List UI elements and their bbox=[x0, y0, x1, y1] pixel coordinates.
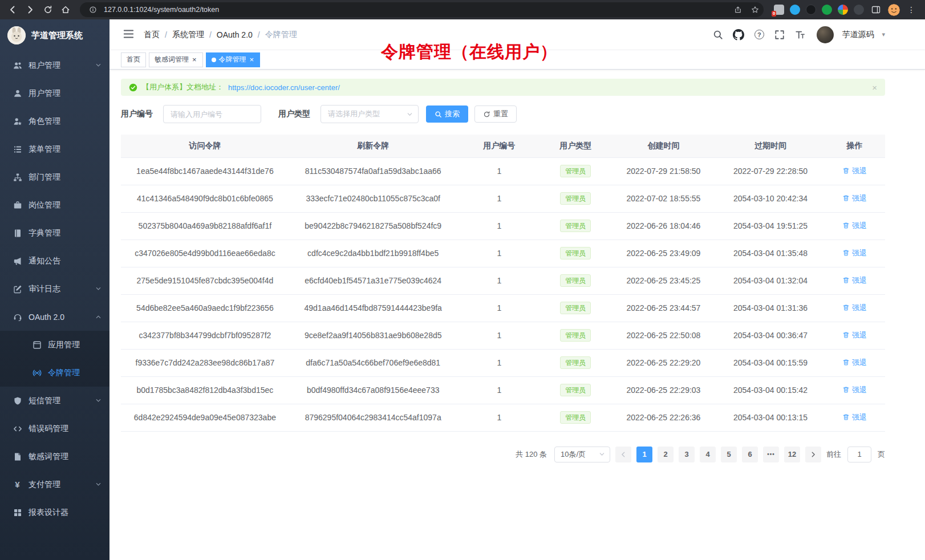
browser-menu-icon[interactable]: ⋮ bbox=[906, 5, 917, 14]
sidebar-item-label: 字典管理 bbox=[29, 228, 102, 238]
bookmark-star-icon[interactable] bbox=[749, 3, 761, 16]
sidebar-item-user[interactable]: 用户管理 bbox=[0, 79, 109, 107]
user-id-input[interactable] bbox=[163, 105, 261, 123]
github-icon[interactable] bbox=[732, 29, 745, 41]
search-icon bbox=[435, 111, 442, 118]
side-panel-icon[interactable] bbox=[870, 3, 882, 16]
prev-page-button[interactable] bbox=[615, 447, 631, 462]
tab-token[interactable]: 令牌管理 × bbox=[206, 52, 261, 67]
extension-icon-dark[interactable] bbox=[806, 5, 816, 15]
alert-close-icon[interactable]: × bbox=[872, 83, 877, 92]
tab-sensitive-word[interactable]: 敏感词管理 × bbox=[149, 52, 203, 67]
sidebar-item-tenant[interactable]: 租户管理 bbox=[0, 51, 109, 79]
list-icon bbox=[13, 145, 22, 154]
close-icon[interactable]: × bbox=[192, 56, 197, 63]
col-refresh-token: 刷新令牌 bbox=[289, 135, 457, 157]
tab-label: 首页 bbox=[127, 55, 140, 64]
user-id-cell: 1 bbox=[457, 322, 541, 349]
extension-icon-adblock[interactable]: 0 bbox=[774, 5, 784, 15]
force-logout-button[interactable]: 强退 bbox=[842, 303, 867, 313]
force-logout-button[interactable]: 强退 bbox=[842, 248, 867, 258]
caret-down-icon[interactable]: ▾ bbox=[882, 31, 885, 38]
fullscreen-icon[interactable] bbox=[773, 29, 786, 41]
share-icon[interactable] bbox=[732, 3, 744, 16]
user-type-select[interactable]: 请选择用户类型 bbox=[320, 105, 419, 123]
extension-icon-blue[interactable] bbox=[790, 5, 800, 15]
sidebar-item-payment[interactable]: ¥ 支付管理 bbox=[0, 470, 109, 498]
trash-icon bbox=[842, 222, 850, 229]
font-size-icon[interactable] bbox=[794, 29, 806, 41]
sidebar-item-audit-log[interactable]: 审计日志 bbox=[0, 275, 109, 303]
browser-refresh-button[interactable] bbox=[40, 2, 55, 18]
sidebar-item-post[interactable]: 岗位管理 bbox=[0, 191, 109, 219]
sidebar-item-role[interactable]: 角色管理 bbox=[0, 107, 109, 135]
sidebar-item-label: 岗位管理 bbox=[29, 200, 102, 210]
col-create-time: 创建时间 bbox=[610, 135, 717, 157]
sidebar: 芋道管理系统 租户管理 用户管理 角色管理 菜单管理 部门管理 bbox=[0, 19, 109, 560]
breadcrumb-separator: / bbox=[165, 30, 167, 39]
browser-profile-avatar[interactable] bbox=[888, 4, 900, 16]
sidebar-item-dept[interactable]: 部门管理 bbox=[0, 163, 109, 191]
help-icon[interactable]: ? bbox=[753, 29, 765, 41]
close-icon[interactable]: × bbox=[249, 56, 255, 63]
breadcrumb-system[interactable]: 系统管理 bbox=[172, 30, 204, 40]
page-button-5[interactable]: 5 bbox=[721, 447, 737, 462]
browser-home-button[interactable] bbox=[58, 2, 73, 18]
sidebar-item-oauth[interactable]: OAuth 2.0 bbox=[0, 303, 109, 331]
breadcrumb-oauth[interactable]: OAuth 2.0 bbox=[217, 30, 253, 39]
doc-link[interactable]: https://doc.iocoder.cn/user-center/ bbox=[228, 83, 340, 92]
sidebar-item-sms[interactable]: 短信管理 bbox=[0, 387, 109, 415]
force-logout-button[interactable]: 强退 bbox=[842, 221, 867, 231]
breadcrumb-home[interactable]: 首页 bbox=[144, 30, 160, 40]
sidebar-toggle-icon[interactable] bbox=[123, 29, 136, 41]
username[interactable]: 芋道源码 bbox=[842, 30, 874, 40]
page-button-4[interactable]: 4 bbox=[700, 447, 716, 462]
next-page-button[interactable] bbox=[805, 447, 821, 462]
force-logout-button[interactable]: 强退 bbox=[842, 166, 867, 176]
page-button-3[interactable]: 3 bbox=[679, 447, 695, 462]
user-icon bbox=[13, 89, 22, 98]
sidebar-item-oauth-token[interactable]: 令牌管理 bbox=[0, 359, 109, 387]
user-avatar[interactable] bbox=[817, 26, 834, 43]
page-button-6[interactable]: 6 bbox=[742, 447, 758, 462]
browser-back-button[interactable] bbox=[5, 2, 20, 18]
sidebar-item-dict[interactable]: 字典管理 bbox=[0, 219, 109, 247]
sidebar-item-notice[interactable]: 通知公告 bbox=[0, 247, 109, 275]
force-logout-button[interactable]: 强退 bbox=[842, 385, 867, 395]
force-logout-button[interactable]: 强退 bbox=[842, 275, 867, 286]
user-type-cell: 管理员 bbox=[541, 267, 610, 294]
force-logout-button[interactable]: 强退 bbox=[842, 358, 867, 368]
goto-page-input[interactable] bbox=[847, 447, 871, 462]
search-icon[interactable] bbox=[712, 29, 724, 41]
force-logout-button[interactable]: 强退 bbox=[842, 330, 867, 340]
page-button-2[interactable]: 2 bbox=[658, 447, 674, 462]
browser-forward-button[interactable] bbox=[22, 2, 38, 18]
user-id-cell: 1 bbox=[457, 240, 541, 267]
site-info-icon[interactable] bbox=[87, 3, 99, 16]
extension-icon-colorwheel[interactable] bbox=[838, 5, 848, 15]
sidebar-item-error-code[interactable]: 错误码管理 bbox=[0, 415, 109, 443]
sidebar-item-oauth-app[interactable]: 应用管理 bbox=[0, 331, 109, 359]
trash-icon bbox=[842, 359, 850, 366]
force-logout-button[interactable]: 强退 bbox=[842, 412, 867, 423]
reset-button[interactable]: 重置 bbox=[474, 105, 517, 123]
force-logout-button[interactable]: 强退 bbox=[842, 193, 867, 204]
extension-icon-green[interactable] bbox=[822, 5, 832, 15]
table-row: c347026e805e4d99b0d116eae66eda8c cdfc4ce… bbox=[121, 240, 885, 267]
browser-address-bar[interactable]: 127.0.0.1:1024/system/oauth2/token bbox=[80, 2, 764, 17]
page-button-12[interactable]: 12 bbox=[784, 447, 800, 462]
sidebar-item-report-designer[interactable]: 报表设计器 bbox=[0, 498, 109, 526]
tab-home[interactable]: 首页 bbox=[121, 52, 146, 67]
sidebar-item-menu[interactable]: 菜单管理 bbox=[0, 135, 109, 163]
search-button[interactable]: 搜索 bbox=[426, 105, 468, 123]
sidebar-item-label: 支付管理 bbox=[29, 480, 89, 490]
create-time-cell: 2022-06-25 22:26:36 bbox=[610, 404, 717, 431]
create-time-cell: 2022-07-29 21:58:50 bbox=[610, 157, 717, 185]
expire-time-cell: 2054-03-04 00:36:47 bbox=[717, 322, 824, 349]
sidebar-item-sensitive-word[interactable]: 敏感词管理 bbox=[0, 443, 109, 470]
page-size-select[interactable]: 10条/页 bbox=[554, 447, 610, 462]
page-ellipsis-button[interactable]: ••• bbox=[763, 447, 779, 462]
app-logo[interactable]: 芋道管理系统 bbox=[0, 19, 109, 51]
page-button-1[interactable]: 1 bbox=[636, 447, 652, 462]
extension-icon-gray[interactable] bbox=[854, 5, 864, 15]
